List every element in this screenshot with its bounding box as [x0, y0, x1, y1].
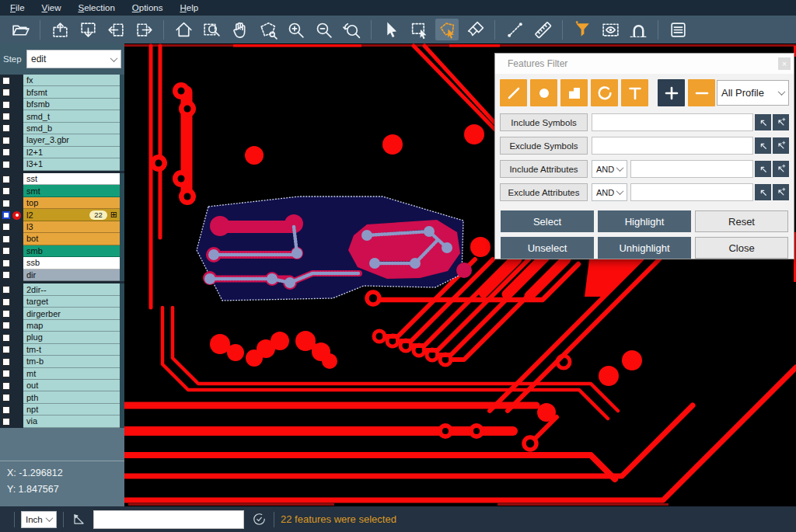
layer-checkbox[interactable] — [2, 382, 10, 390]
layer-row-smd_b[interactable]: smd_b — [0, 123, 124, 134]
layer-name[interactable]: mt — [23, 368, 120, 380]
layer-name[interactable]: ssb — [23, 257, 120, 269]
filter-row-label-button[interactable]: Include Symbols — [500, 113, 588, 131]
layer-row-out[interactable]: out — [0, 380, 124, 391]
pan-right-button[interactable] — [132, 19, 155, 40]
feat-pad-toggle[interactable] — [530, 79, 557, 106]
layer-row-l3+1[interactable]: l3+1 — [0, 158, 124, 170]
layer-checkbox[interactable] — [2, 211, 10, 219]
feat-arc-toggle[interactable] — [591, 79, 618, 106]
layer-row-l2+1[interactable]: l2+1 — [0, 147, 124, 158]
brush-clean-button[interactable] — [463, 19, 487, 40]
pick-from-canvas-button[interactable] — [755, 161, 771, 177]
dialog-title-bar[interactable]: Features Filter × — [495, 54, 794, 74]
select-button[interactable]: Select — [501, 210, 594, 232]
layer-row-smt[interactable]: smt — [0, 185, 124, 196]
reset-button[interactable]: Reset — [695, 210, 788, 232]
layer-checkbox[interactable] — [2, 286, 10, 294]
active-layer-indicator[interactable] — [12, 211, 21, 220]
pick-from-canvas-button[interactable] — [755, 184, 771, 200]
layer-row-dir[interactable]: dir — [0, 269, 124, 281]
filter-row-label-button[interactable]: Exclude Attributes — [500, 183, 588, 201]
refresh-check-icon[interactable] — [250, 511, 267, 528]
layer-checkbox[interactable] — [2, 124, 10, 132]
home-button[interactable] — [172, 19, 195, 40]
unit-select[interactable]: Inch — [21, 511, 57, 528]
layer-name[interactable]: 2dir-- — [23, 283, 120, 295]
layer-checkbox[interactable] — [2, 235, 10, 243]
layer-checkbox[interactable] — [2, 310, 10, 318]
corner-angle-icon[interactable] — [70, 511, 87, 528]
layer-checkbox[interactable] — [2, 187, 10, 195]
layer-row-bot[interactable]: bot — [0, 233, 124, 245]
layer-row-tm-b[interactable]: tm-b — [0, 356, 124, 367]
layer-checkbox[interactable] — [2, 161, 10, 169]
layer-checkbox[interactable] — [2, 223, 10, 231]
poly-select-button[interactable] — [435, 19, 459, 40]
layer-row-l3[interactable]: l3 — [0, 221, 124, 233]
layer-name[interactable]: l3+1 — [23, 158, 120, 170]
filter-value-input[interactable] — [630, 183, 753, 201]
filter-funnel-button[interactable] — [571, 19, 594, 40]
close-icon[interactable]: × — [778, 57, 791, 70]
layer-row-via[interactable]: via — [0, 416, 124, 427]
pick-add-from-canvas-button[interactable] — [773, 161, 789, 177]
layer-row-smb[interactable]: smb — [0, 245, 124, 257]
layer-row-npt[interactable]: npt — [0, 404, 124, 416]
zoom-polygon-button[interactable] — [256, 19, 279, 40]
layer-name[interactable]: l3 — [23, 221, 120, 233]
layer-row-ssb[interactable]: ssb — [0, 257, 124, 269]
layer-checkbox[interactable] — [2, 370, 10, 377]
filter-row-label-button[interactable]: Include Attributes — [500, 160, 588, 178]
filter-value-input[interactable] — [592, 113, 753, 131]
zoom-area-button[interactable] — [200, 19, 223, 40]
layer-name[interactable]: smb — [23, 245, 120, 257]
layer-row-bfsmt[interactable]: bfsmt — [0, 86, 124, 98]
layer-name[interactable]: bfsmt — [23, 86, 120, 98]
layers-panel-button[interactable] — [666, 19, 690, 40]
layer-checkbox[interactable] — [2, 259, 10, 267]
layer-checkbox[interactable] — [2, 113, 10, 120]
filter-value-input[interactable] — [592, 137, 753, 155]
layer-name[interactable]: plug — [23, 332, 120, 343]
step-select[interactable]: edit — [26, 50, 121, 68]
measure-line-button[interactable] — [503, 19, 526, 40]
and-or-select[interactable]: AND — [592, 183, 627, 201]
layer-row-layer_3.gbr[interactable]: layer_3.gbr — [0, 134, 124, 146]
layer-row-pth[interactable]: pth — [0, 391, 124, 403]
snap-magnet-button[interactable] — [627, 19, 650, 40]
remove-filter-button[interactable] — [688, 79, 715, 106]
close-button[interactable]: Close — [695, 237, 788, 259]
menu-help[interactable]: Help — [171, 0, 207, 16]
pick-from-canvas-button[interactable] — [755, 114, 771, 130]
layer-checkbox[interactable] — [2, 271, 10, 279]
layer-name[interactable]: tm-b — [23, 356, 120, 367]
layer-checkbox[interactable] — [2, 148, 10, 156]
layer-checkbox[interactable] — [2, 77, 10, 85]
profile-select[interactable]: All Profile — [717, 80, 789, 106]
ruler-button[interactable] — [531, 19, 554, 40]
pan-up-button[interactable] — [48, 19, 72, 40]
layer-name[interactable]: smd_b — [23, 123, 120, 134]
menu-selection[interactable]: Selection — [69, 0, 123, 16]
zoom-out-button[interactable] — [312, 19, 335, 40]
pick-add-from-canvas-button[interactable] — [773, 114, 789, 130]
pick-add-from-canvas-button[interactable] — [773, 184, 789, 200]
filter-value-input[interactable] — [630, 160, 753, 178]
menu-file[interactable]: File — [2, 0, 33, 16]
layer-checkbox[interactable] — [2, 406, 10, 414]
open-file-button[interactable] — [9, 19, 32, 40]
highlight-button[interactable]: Highlight — [598, 210, 691, 232]
layer-name[interactable]: sst — [23, 173, 120, 185]
layer-row-tm-t[interactable]: tm-t — [0, 344, 124, 356]
layer-checkbox[interactable] — [2, 101, 10, 109]
rect-select-button[interactable] — [407, 19, 431, 40]
layer-name[interactable]: l222⊞ — [23, 209, 120, 221]
zoom-previous-button[interactable] — [340, 19, 363, 40]
menu-view[interactable]: View — [33, 0, 70, 16]
command-input[interactable] — [93, 510, 244, 529]
pick-add-from-canvas-button[interactable] — [773, 137, 789, 154]
layer-row-l2[interactable]: l222⊞ — [0, 209, 124, 221]
layer-checkbox[interactable] — [2, 247, 10, 255]
feat-line-toggle[interactable] — [500, 79, 527, 106]
